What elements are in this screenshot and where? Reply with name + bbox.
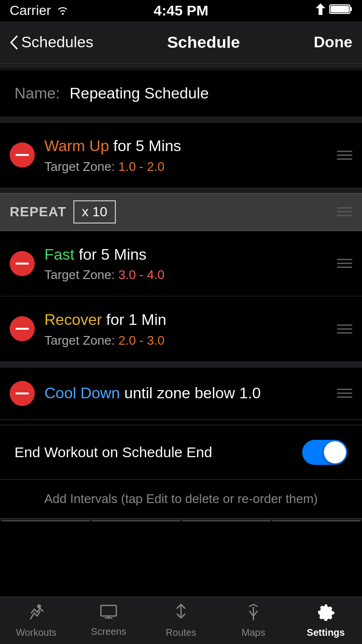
name-value: Repeating Schedule bbox=[70, 84, 209, 102]
fast-zone-value: 3.0 - 4.0 bbox=[118, 267, 164, 282]
fast-section: Fast for 5 Mins Target Zone: 3.0 - 4.0 bbox=[0, 231, 362, 362]
drag-line bbox=[337, 158, 352, 160]
screens-label: Screens bbox=[91, 626, 126, 637]
svg-rect-4 bbox=[101, 605, 116, 616]
carrier-label: Carrier bbox=[10, 3, 51, 18]
repeat-count[interactable]: x 10 bbox=[73, 200, 116, 224]
minus-icon bbox=[15, 263, 29, 265]
drag-line bbox=[337, 259, 352, 260]
recover-drag-handle[interactable] bbox=[337, 324, 352, 334]
name-label: Name: bbox=[14, 84, 60, 102]
maps-icon bbox=[246, 603, 261, 625]
drag-line bbox=[337, 211, 352, 212]
repeat-label: REPEAT bbox=[10, 204, 67, 220]
recover-title: Recover for 1 Min bbox=[44, 310, 337, 330]
drag-line bbox=[337, 151, 352, 152]
drag-line bbox=[337, 328, 352, 330]
remove-warm-up-button[interactable] bbox=[10, 142, 35, 168]
recover-suffix: for 1 Min bbox=[106, 311, 166, 328]
warm-up-info: Warm Up for 5 Mins Target Zone: 1.0 - 2.… bbox=[44, 136, 337, 174]
workouts-icon bbox=[28, 603, 45, 625]
status-time: 4:45 PM bbox=[153, 2, 208, 19]
warm-up-zone-value: 1.0 - 2.0 bbox=[118, 159, 164, 174]
status-bar: Carrier 4:45 PM bbox=[0, 0, 362, 21]
recover-row[interactable]: Recover for 1 Min Target Zone: 2.0 - 3.0 bbox=[0, 296, 362, 362]
cool-down-drag-handle[interactable] bbox=[337, 389, 352, 398]
fast-drag-handle[interactable] bbox=[337, 259, 352, 268]
warm-up-name: Warm Up bbox=[44, 137, 109, 154]
repeat-header[interactable]: REPEAT x 10 bbox=[0, 193, 362, 231]
drag-line bbox=[337, 396, 352, 398]
drag-line bbox=[337, 332, 352, 334]
tab-settings[interactable]: Settings bbox=[290, 597, 362, 644]
cool-down-name: Cool Down bbox=[44, 384, 120, 402]
settings-icon bbox=[317, 603, 334, 625]
tab-maps[interactable]: Maps bbox=[217, 597, 290, 644]
minus-icon bbox=[15, 154, 29, 156]
done-button[interactable]: Done bbox=[314, 33, 352, 51]
recover-name: Recover bbox=[44, 311, 102, 328]
page-title: Schedule bbox=[167, 33, 240, 52]
drag-line bbox=[337, 324, 352, 326]
repeat-drag-handle[interactable] bbox=[337, 207, 352, 216]
routes-label: Routes bbox=[166, 627, 196, 638]
location-icon bbox=[316, 3, 325, 18]
cool-down-title: Cool Down until zone below 1.0 bbox=[44, 383, 337, 404]
recover-zone: Target Zone: 2.0 - 3.0 bbox=[44, 333, 337, 348]
cool-down-info: Cool Down until zone below 1.0 bbox=[44, 383, 337, 404]
warm-up-zone: Target Zone: 1.0 - 2.0 bbox=[44, 159, 337, 174]
end-workout-label: End Workout on Schedule End bbox=[14, 444, 212, 461]
add-intervals-hint: Add Intervals (tap Edit to delete or re-… bbox=[0, 480, 362, 518]
fast-info: Fast for 5 Mins Target Zone: 3.0 - 4.0 bbox=[44, 245, 337, 283]
drag-line bbox=[337, 392, 352, 394]
warm-up-title: Warm Up for 5 Mins bbox=[44, 136, 337, 156]
nav-bar: Schedules Schedule Done bbox=[0, 21, 362, 64]
tab-bar: Workouts Screens Routes bbox=[0, 597, 362, 644]
drag-line bbox=[337, 266, 352, 268]
remove-recover-button[interactable] bbox=[10, 316, 35, 341]
maps-label: Maps bbox=[242, 627, 265, 638]
remove-cool-down-button[interactable] bbox=[10, 381, 35, 406]
back-label: Schedules bbox=[21, 33, 93, 51]
wifi-icon bbox=[56, 3, 70, 18]
recover-zone-value: 2.0 - 3.0 bbox=[118, 333, 164, 348]
back-button[interactable]: Schedules bbox=[10, 33, 93, 51]
svg-rect-1 bbox=[350, 7, 352, 11]
workouts-label: Workouts bbox=[16, 627, 56, 638]
tab-routes[interactable]: Routes bbox=[145, 597, 217, 644]
end-workout-row: End Workout on Schedule End bbox=[0, 425, 362, 480]
drag-line bbox=[337, 389, 352, 390]
screens-icon bbox=[100, 604, 117, 624]
minus-icon bbox=[15, 328, 29, 330]
drag-line bbox=[337, 215, 352, 216]
warm-up-drag-handle[interactable] bbox=[337, 151, 352, 160]
warm-up-row[interactable]: Warm Up for 5 Mins Target Zone: 1.0 - 2.… bbox=[0, 123, 362, 188]
warm-up-section: Warm Up for 5 Mins Target Zone: 1.0 - 2.… bbox=[0, 122, 362, 188]
warm-up-suffix: for 5 Mins bbox=[113, 137, 181, 154]
fast-title: Fast for 5 Mins bbox=[44, 245, 337, 265]
battery-icon bbox=[329, 3, 352, 18]
recover-info: Recover for 1 Min Target Zone: 2.0 - 3.0 bbox=[44, 310, 337, 348]
name-row[interactable]: Name: Repeating Schedule bbox=[0, 70, 362, 117]
fast-zone: Target Zone: 3.0 - 4.0 bbox=[44, 267, 337, 282]
remove-fast-button[interactable] bbox=[10, 251, 35, 276]
minus-icon bbox=[15, 392, 29, 394]
tab-workouts[interactable]: Workouts bbox=[0, 597, 72, 644]
svg-point-3 bbox=[37, 604, 41, 608]
repeat-block: REPEAT x 10 Fast for 5 Mins bbox=[0, 193, 362, 362]
fast-suffix: for 5 Mins bbox=[79, 246, 146, 263]
drag-line bbox=[337, 263, 352, 264]
fast-name: Fast bbox=[44, 246, 74, 263]
drag-line bbox=[337, 207, 352, 209]
svg-rect-2 bbox=[331, 6, 349, 13]
settings-label: Settings bbox=[307, 627, 345, 638]
fast-row[interactable]: Fast for 5 Mins Target Zone: 3.0 - 4.0 bbox=[0, 231, 362, 297]
cool-down-suffix: until zone below 1.0 bbox=[124, 384, 261, 402]
cool-down-section: Cool Down until zone below 1.0 bbox=[0, 367, 362, 420]
toggle-knob bbox=[324, 441, 346, 463]
end-workout-toggle[interactable] bbox=[302, 440, 348, 465]
drag-line bbox=[337, 154, 352, 156]
cool-down-row[interactable]: Cool Down until zone below 1.0 bbox=[0, 367, 362, 420]
routes-icon bbox=[173, 603, 189, 625]
tab-screens[interactable]: Screens bbox=[72, 597, 145, 644]
